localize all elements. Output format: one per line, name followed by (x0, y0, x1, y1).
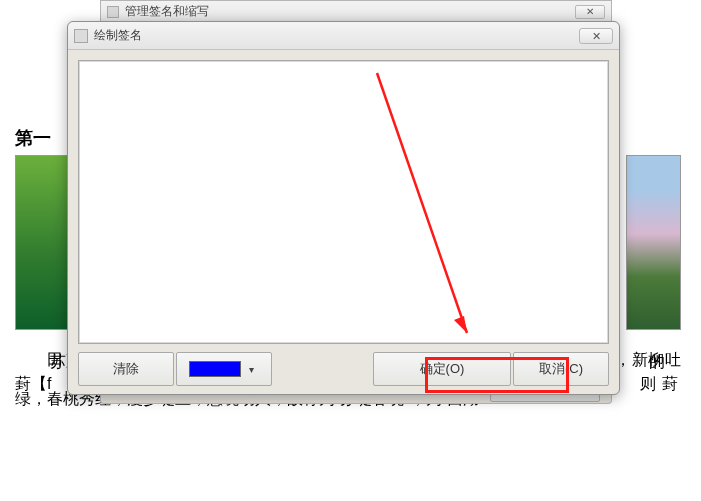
ok-button[interactable]: 确定(O) (373, 352, 511, 386)
chevron-down-icon: ▾ (243, 364, 259, 375)
cancel-button[interactable]: 取消(C) (513, 352, 609, 386)
dialog-body: 清除 ▾ 确定(O) 取消(C) (68, 50, 619, 394)
app-icon (107, 6, 119, 18)
parent-dialog-titlebar: 管理签名和缩写 ✕ (100, 0, 612, 22)
color-picker[interactable]: ▾ (176, 352, 272, 386)
dialog-toolbar: 清除 ▾ 确定(O) 取消(C) (78, 352, 609, 386)
dialog-titlebar[interactable]: 绘制签名 ✕ (68, 22, 619, 50)
draw-signature-dialog: 绘制签名 ✕ 清除 ▾ 确定(O) 取消(C) (67, 21, 620, 395)
parent-dialog-button-edge (490, 394, 600, 402)
color-swatch (189, 361, 241, 377)
doc-image-left (15, 155, 70, 330)
signature-canvas[interactable] (78, 60, 609, 344)
clear-button[interactable]: 清除 (78, 352, 174, 386)
app-icon (74, 29, 88, 43)
doc-image-right (626, 155, 681, 330)
close-button[interactable]: ✕ (579, 28, 613, 44)
parent-dialog-title: 管理签名和缩写 (125, 3, 209, 20)
dialog-title: 绘制签名 (94, 27, 142, 44)
parent-close-button[interactable]: ✕ (575, 5, 605, 19)
